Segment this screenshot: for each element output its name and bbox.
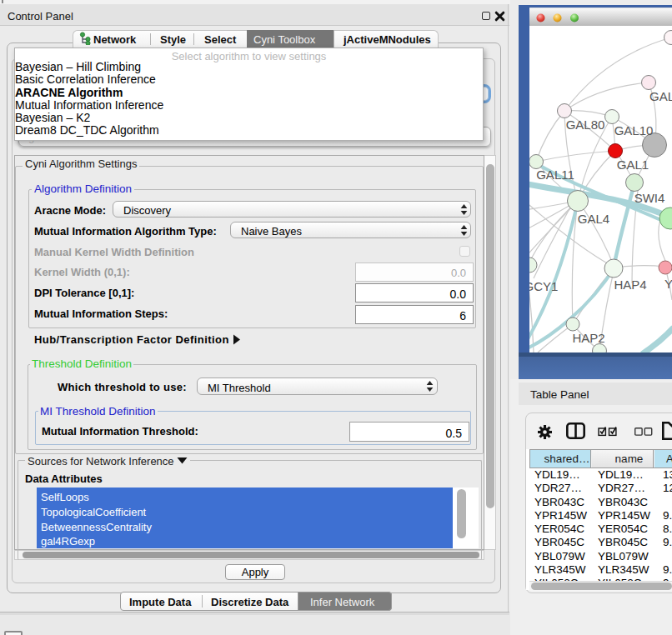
svg-text:HAP2: HAP2 <box>572 331 604 345</box>
svg-text:HAP4: HAP4 <box>614 278 646 292</box>
svg-text:GAL4: GAL4 <box>578 212 609 226</box>
svg-text:GAL10: GAL10 <box>614 123 654 138</box>
svg-text:GAL80: GAL80 <box>566 118 605 132</box>
svg-text:GCY1: GCY1 <box>529 279 558 293</box>
svg-text:GAL7: GAL7 <box>649 89 672 103</box>
svg-text:GAL1: GAL1 <box>617 158 649 172</box>
svg-text:Y: Y <box>664 277 672 291</box>
svg-text:SWI4: SWI4 <box>634 191 665 205</box>
svg-text:GAL11: GAL11 <box>536 168 574 182</box>
